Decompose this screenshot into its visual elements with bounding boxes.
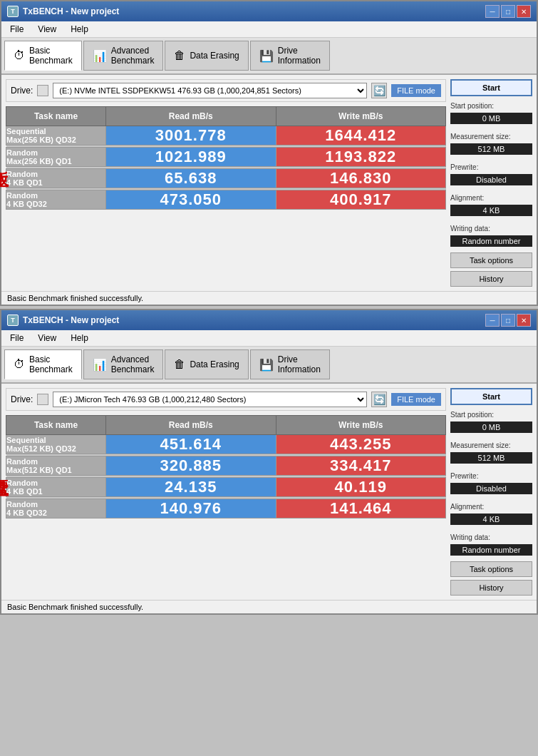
start-button[interactable]: Start [450,79,532,96]
close-button[interactable]: ✕ [517,314,531,327]
table-row: Random 4 KB QD124.13540.119 [6,478,446,497]
app-icon: T [7,315,19,326]
read-value: 24.135 [106,478,276,497]
maximize-button[interactable]: □ [501,314,515,327]
window-title: TxBENCH - New project [23,315,119,325]
menu-file[interactable]: File [7,332,26,344]
start-pos-label: Start position: [450,102,532,110]
write-number: 443.255 [330,435,392,453]
history-button[interactable]: History [450,271,532,287]
read-number: 473.050 [160,190,222,208]
menu-help[interactable]: Help [68,332,91,344]
read-number: 24.135 [165,478,217,496]
write-number: 141.464 [330,499,392,517]
tab-3[interactable]: 💾Drive Information [250,41,330,71]
prewrite-label: Prewrite: [450,472,532,480]
prewrite-value: Disabled [450,174,532,185]
drive-label: Drive: [11,86,33,96]
content-area: Drive: (E:) JMicron Tech 476.93 GB (1,00… [1,384,537,600]
tab-label-3: Drive Information [278,46,321,66]
drive-row: Drive: (E:) NVMe INTEL SSDPEKKW51 476.93… [6,79,446,102]
tab-0[interactable]: ⏱Basic Benchmark [4,349,82,379]
side-panel: Start Start position: 0 MB Measurement s… [450,79,532,287]
write-value: 146.830 [276,169,446,188]
start-pos-label: Start position: [450,411,532,419]
align-label: Alignment: [450,503,532,511]
read-number: 451.614 [160,435,222,453]
table-row: Sequential Max(512 KB) QD32451.614443.25… [6,435,446,454]
col-header-1: Read mB/s [106,416,276,435]
tab-label-0: Basic Benchmark [29,354,73,374]
drive-select[interactable]: (E:) JMicron Tech 476.93 GB (1,000,212,4… [53,392,367,407]
drive-refresh-button[interactable]: 🔄 [371,392,387,407]
task-options-button[interactable]: Task options [450,252,532,268]
titlebar: T TxBENCH - New project ─ □ ✕ [1,1,537,21]
tab-icon-0: ⏱ [14,358,25,371]
read-value: 1021.989 [106,148,276,167]
read-value: 451.614 [106,435,276,454]
drive-icon [37,85,48,96]
bench-wrapper: 主板Task nameRead mB/sWrite mB/sSequential… [6,106,446,210]
minimize-button[interactable]: ─ [485,5,500,18]
tab-0[interactable]: ⏱Basic Benchmark [4,41,82,71]
align-label: Alignment: [450,194,532,202]
writing-label: Writing data: [450,533,532,541]
write-number: 40.119 [335,478,387,496]
close-button[interactable]: ✕ [517,5,531,18]
tab-icon-2: 🗑 [174,49,185,62]
main-panel: Drive: (E:) JMicron Tech 476.93 GB (1,00… [6,388,446,596]
drive-select[interactable]: (E:) NVMe INTEL SSDPEKKW51 476.93 GB (1,… [53,83,367,98]
task-name: Random 4 KB QD32 [6,499,106,519]
tab-3[interactable]: 💾Drive Information [250,349,330,379]
tab-label-2: Data Erasing [190,51,239,61]
write-value: 141.464 [276,499,446,519]
tab-2[interactable]: 🗑Data Erasing [165,41,248,71]
side-panel: Start Start position: 0 MB Measurement s… [450,388,532,596]
tab-1[interactable]: 📊Advanced Benchmark [83,41,164,71]
writing-label: Writing data: [450,225,532,233]
maximize-button[interactable]: □ [501,5,515,18]
read-number: 320.885 [160,456,222,474]
read-value: 3001.778 [106,126,276,145]
bench-table: Task nameRead mB/sWrite mB/sSequential M… [6,415,446,519]
tab-label-2: Data Erasing [190,359,239,369]
align-value: 4 KB [450,514,532,525]
menu-file[interactable]: File [7,23,26,36]
task-options-button[interactable]: Task options [450,561,532,577]
tab-label-1: Advanced Benchmark [111,354,155,374]
tab-1[interactable]: 📊Advanced Benchmark [83,349,164,379]
align-value: 4 KB [450,205,532,216]
toolbar: ⏱Basic Benchmark📊Advanced Benchmark🗑Data… [1,38,537,75]
col-header-0: Task name [6,416,106,435]
write-number: 400.917 [330,190,392,208]
table-row: Random 4 KB QD32473.050400.917 [6,190,446,210]
tab-2[interactable]: 🗑Data Erasing [165,349,248,379]
task-name: Sequential Max(256 KB) QD32 [6,126,106,145]
window-2: T TxBENCH - New project ─ □ ✕ FileViewHe… [0,309,538,615]
file-mode-button[interactable]: FILE mode [391,393,441,406]
content-area: Drive: (E:) NVMe INTEL SSDPEKKW51 476.93… [1,75,537,291]
toolbar: ⏱Basic Benchmark📊Advanced Benchmark🗑Data… [1,347,537,384]
write-value: 1644.412 [276,126,446,145]
tab-label-3: Drive Information [278,354,321,374]
drive-refresh-button[interactable]: 🔄 [371,83,387,98]
menu-view[interactable]: View [35,23,59,36]
file-mode-button[interactable]: FILE mode [391,84,441,97]
read-number: 1021.989 [155,148,227,165]
history-button[interactable]: History [450,580,532,596]
read-value: 473.050 [106,190,276,210]
start-button[interactable]: Start [450,388,532,405]
window-title: TxBENCH - New project [23,6,119,16]
write-number: 334.417 [330,456,392,474]
task-name: Random Max(256 KB) QD1 [6,148,106,167]
tab-label-0: Basic Benchmark [29,46,73,66]
menu-view[interactable]: View [35,332,59,344]
minimize-button[interactable]: ─ [485,314,500,327]
write-value: 1193.822 [276,148,446,167]
menu-help[interactable]: Help [68,23,91,36]
status-bar: Basic Benchmark finished successfully. [1,600,537,613]
write-number: 1644.412 [325,126,396,144]
table-row: Sequential Max(256 KB) QD323001.7781644.… [6,126,446,145]
drive-row: Drive: (E:) JMicron Tech 476.93 GB (1,00… [6,388,446,411]
read-number: 3001.778 [155,126,227,144]
